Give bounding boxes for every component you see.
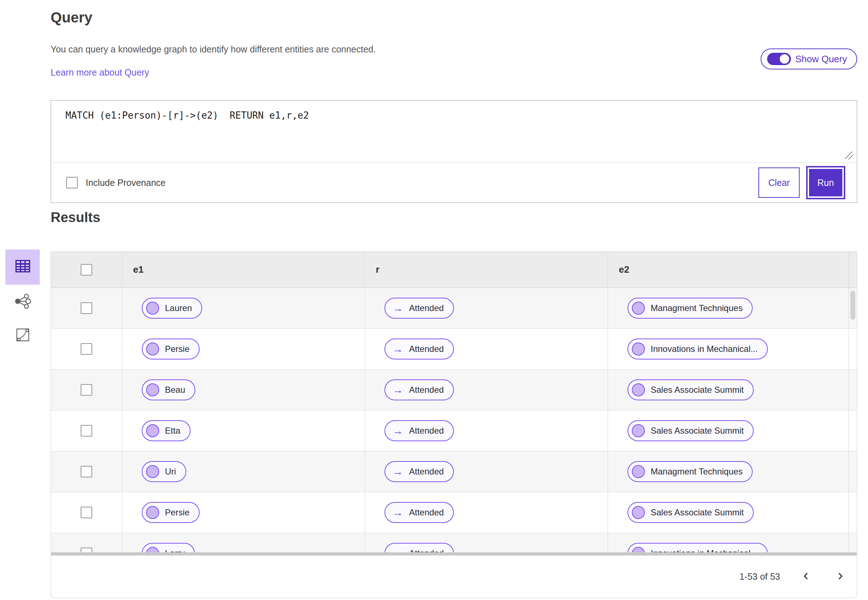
entity-label-e2: Sales Associate Summit — [651, 508, 744, 518]
arrow-right-icon: → — [392, 385, 403, 395]
vertical-scrollbar-thumb[interactable] — [850, 291, 855, 320]
table-body: Lauren → Attended Managment Techniques P… — [51, 288, 857, 553]
run-button[interactable]: Run — [807, 167, 844, 198]
table-row: Etta → Attended Sales Associate Summit — [51, 411, 857, 452]
vertical-scrollbar[interactable] — [848, 252, 857, 552]
chevron-left-icon — [801, 571, 812, 583]
page-title: Query — [51, 9, 92, 26]
entity-label-e2: Innovations in Mechanical... — [651, 548, 758, 553]
table-row: Beau → Attended Sales Associate Summit — [51, 370, 857, 411]
entity-pill-e1[interactable]: Persie — [142, 502, 200, 523]
cell-e2: Sales Associate Summit — [608, 492, 857, 533]
query-buttons: Clear Run — [758, 167, 846, 198]
entity-node-icon — [632, 547, 645, 553]
cell-e1: Uri — [122, 452, 365, 492]
entity-label-e2: Sales Associate Summit — [651, 426, 744, 436]
cell-r: → Attended — [365, 452, 608, 492]
row-checkbox[interactable] — [81, 507, 92, 518]
query-page: Query You can query a knowledge graph to… — [0, 0, 868, 600]
graph-view-button[interactable] — [5, 289, 40, 314]
entity-pill-e2[interactable]: Sales Associate Summit — [627, 420, 754, 441]
entity-node-icon — [146, 506, 159, 519]
cell-r: → Attended — [365, 370, 608, 410]
relationship-label: Attended — [409, 508, 444, 518]
show-query-toggle[interactable]: Show Query — [760, 48, 857, 70]
table-view-button[interactable] — [5, 250, 40, 285]
entity-pill-e1[interactable]: Etta — [142, 420, 191, 441]
entity-pill-e2[interactable]: Managment Techniques — [627, 461, 753, 482]
row-checkbox[interactable] — [81, 302, 92, 314]
table-view-icon — [14, 258, 32, 277]
table-row: Larry → Attended Innovations in Mechanic… — [51, 533, 857, 553]
arrow-right-icon: → — [392, 303, 403, 314]
cell-r: → Attended — [365, 492, 608, 533]
row-checkbox[interactable] — [81, 384, 92, 395]
horizontal-scrollbar[interactable] — [51, 553, 857, 556]
relationship-pill[interactable]: → Attended — [385, 420, 454, 441]
query-input[interactable]: MATCH (e1:Person)-[r]->(e2) RETURN e1,r,… — [51, 100, 857, 162]
entity-node-icon — [632, 506, 645, 519]
entity-node-icon — [146, 302, 159, 315]
entity-node-icon — [146, 424, 159, 437]
include-provenance-checkbox[interactable] — [66, 177, 78, 188]
show-query-label: Show Query — [795, 53, 847, 65]
entity-pill-e2[interactable]: Sales Associate Summit — [627, 379, 754, 400]
entity-label-e1: Persie — [165, 344, 189, 354]
column-header-r: r — [376, 264, 379, 275]
entity-pill-e1[interactable]: Lauren — [142, 298, 202, 319]
cell-e1: Larry — [122, 533, 365, 553]
entity-pill-e2[interactable]: Innovations in Mechanical... — [627, 338, 768, 359]
entity-pill-e2[interactable]: Managment Techniques — [627, 298, 753, 319]
chart-view-icon — [15, 327, 31, 344]
header-cell-select — [51, 252, 122, 288]
cell-e1: Persie — [122, 329, 365, 369]
entity-node-icon — [146, 383, 159, 396]
entity-pill-e1[interactable]: Persie — [142, 338, 200, 359]
cell-e1: Persie — [122, 492, 365, 533]
resize-handle-icon[interactable] — [845, 152, 853, 159]
entity-pill-e1[interactable]: Larry — [142, 543, 195, 553]
row-select-cell — [51, 452, 122, 492]
entity-label-e1: Beau — [165, 385, 185, 395]
cell-r: → Attended — [365, 411, 608, 451]
results-table: e1 r e2 Lauren → Attended Managment Tech… — [51, 252, 857, 553]
relationship-pill[interactable]: → Attended — [385, 298, 454, 319]
entity-node-icon — [632, 302, 645, 315]
row-checkbox[interactable] — [81, 548, 92, 553]
entity-pill-e2[interactable]: Innovations in Mechanical... — [627, 543, 768, 553]
results-title: Results — [51, 210, 100, 225]
arrow-right-icon: → — [392, 466, 403, 477]
entity-label-e2: Managment Techniques — [651, 303, 742, 313]
cell-e2: Managment Techniques — [608, 288, 857, 329]
row-checkbox[interactable] — [81, 343, 92, 355]
row-select-cell — [51, 492, 122, 533]
include-provenance-label: Include Provenance — [86, 177, 166, 188]
relationship-pill[interactable]: → Attended — [385, 461, 454, 482]
entity-node-icon — [632, 383, 645, 396]
entity-node-icon — [146, 547, 159, 553]
relationship-pill[interactable]: → Attended — [385, 338, 454, 359]
clear-button[interactable]: Clear — [758, 167, 800, 198]
relationship-pill[interactable]: → Attended — [385, 502, 454, 523]
select-all-checkbox[interactable] — [81, 264, 92, 276]
include-provenance-option[interactable]: Include Provenance — [66, 177, 166, 188]
next-page-button[interactable] — [832, 569, 848, 585]
row-checkbox[interactable] — [81, 466, 92, 477]
relationship-pill[interactable]: → Attended — [385, 543, 454, 553]
relationship-label: Attended — [409, 303, 444, 313]
entity-pill-e2[interactable]: Sales Associate Summit — [627, 502, 754, 523]
toggle-switch-icon[interactable] — [767, 53, 791, 65]
learn-more-link[interactable]: Learn more about Query — [51, 67, 149, 78]
entity-pill-e1[interactable]: Beau — [142, 379, 195, 400]
query-footer: Include Provenance Clear Run — [51, 163, 857, 203]
row-checkbox[interactable] — [81, 425, 92, 436]
previous-page-button[interactable] — [798, 569, 814, 585]
entity-pill-e1[interactable]: Uri — [142, 461, 186, 482]
entity-label-e2: Innovations in Mechanical... — [651, 344, 758, 354]
entity-label-e1: Lauren — [165, 303, 192, 313]
page-description: You can query a knowledge graph to ident… — [51, 44, 376, 55]
relationship-pill[interactable]: → Attended — [385, 379, 454, 400]
entity-node-icon — [632, 465, 645, 478]
cell-e1: Lauren — [122, 288, 365, 329]
chart-view-button[interactable] — [5, 323, 40, 348]
